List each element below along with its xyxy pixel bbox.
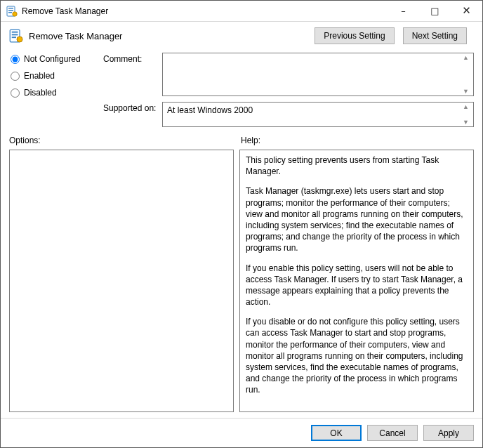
svg-rect-6 (12, 32, 18, 33)
svg-rect-8 (12, 37, 16, 38)
header-row: Remove Task Manager Previous Setting Nex… (1, 22, 482, 47)
svg-rect-1 (8, 8, 13, 9)
radio-enabled-input[interactable] (11, 72, 20, 81)
radio-disabled-input[interactable] (11, 88, 20, 98)
help-text: Task Manager (taskmgr.exe) lets users st… (246, 185, 468, 253)
next-setting-button[interactable]: Next Setting (403, 27, 467, 44)
config-section: Not Configured Enabled Disabled Comment:… (1, 47, 482, 130)
help-text: If you disable or do not configure this … (246, 316, 468, 395)
help-text: If you enable this policy setting, users… (246, 263, 468, 308)
window-title: Remove Task Manager (22, 6, 108, 16)
radio-not-configured[interactable]: Not Configured (11, 54, 100, 64)
comment-field[interactable] (162, 53, 474, 96)
dialog-body: Remove Task Manager Previous Setting Nex… (1, 22, 482, 447)
radio-disabled[interactable]: Disabled (11, 88, 100, 98)
options-panel (9, 150, 234, 412)
supported-on-label: Supported on: (103, 102, 159, 113)
dialog-footer: OK Cancel Apply (1, 418, 482, 447)
comment-label: Comment: (103, 53, 159, 64)
svg-point-4 (13, 11, 17, 15)
radio-enabled[interactable]: Enabled (11, 71, 100, 81)
cancel-button[interactable]: Cancel (367, 425, 418, 441)
policy-icon (9, 29, 23, 43)
maximize-button[interactable]: □ (419, 1, 451, 21)
svg-rect-7 (12, 34, 18, 36)
help-panel: This policy setting prevents users from … (239, 150, 474, 412)
panel-headers: Options: Help: (1, 130, 482, 147)
policy-dialog-window: Remove Task Manager – □ ✕ Remove Task Ma… (0, 0, 483, 448)
options-label: Options: (9, 136, 241, 145)
radio-disabled-label: Disabled (24, 88, 57, 98)
policy-icon (6, 6, 18, 17)
radio-not-configured-label: Not Configured (24, 54, 81, 64)
supported-on-field (162, 102, 474, 127)
minimize-button[interactable]: – (388, 1, 419, 21)
title-bar: Remove Task Manager – □ ✕ (1, 1, 482, 22)
state-radio-group: Not Configured Enabled Disabled (9, 53, 100, 98)
svg-rect-2 (8, 10, 13, 11)
apply-button[interactable]: Apply (423, 425, 474, 441)
previous-setting-button[interactable]: Previous Setting (315, 27, 394, 44)
close-button[interactable]: ✕ (451, 1, 482, 21)
panel-row: This policy setting prevents users from … (1, 147, 482, 418)
page-title: Remove Task Manager (29, 31, 315, 41)
help-text: This policy setting prevents users from … (246, 154, 468, 177)
radio-not-configured-input[interactable] (11, 55, 20, 64)
svg-point-9 (17, 37, 22, 42)
help-label: Help: (241, 136, 474, 145)
ok-button[interactable]: OK (311, 425, 362, 441)
svg-rect-3 (8, 12, 12, 13)
radio-enabled-label: Enabled (24, 71, 55, 81)
